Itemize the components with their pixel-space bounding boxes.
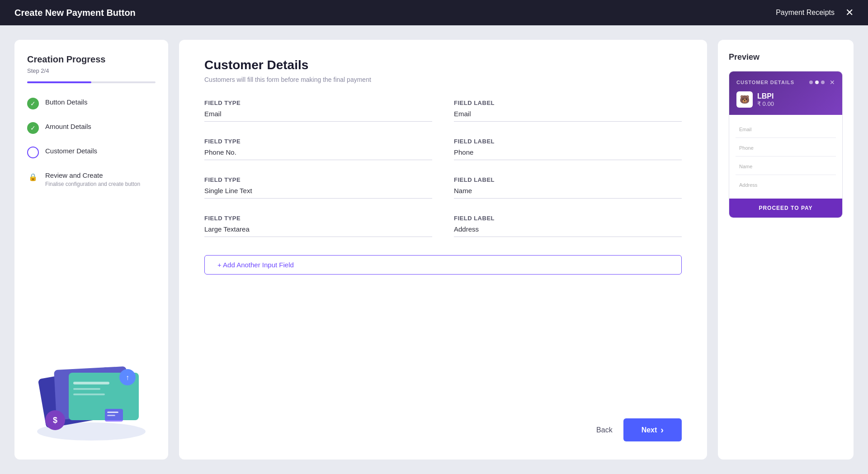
content-subtitle: Customers will fill this form before mak… xyxy=(204,76,682,83)
step-item-review-create: 🔒 Review and Create Finalise configurati… xyxy=(27,171,156,187)
preview-business-info: LBPI ₹ 0.00 xyxy=(757,92,774,107)
preview-card-header: CUSTOMER DETAILS ✕ 🐻 LBPI ₹ 0.00 xyxy=(729,71,842,115)
preview-card-controls: ✕ xyxy=(809,79,835,86)
field-label-heading-4: Field Label xyxy=(454,215,682,222)
back-button[interactable]: Back xyxy=(596,426,613,434)
next-button-label: Next xyxy=(642,426,657,434)
sidebar-illustration: $ ↑ xyxy=(27,327,156,445)
step-sublabel-4: Finalise configuration and create button xyxy=(45,181,140,187)
field-row-1: Field Type Email Field Label Email xyxy=(204,100,682,122)
field-type-value-2: Phone No. xyxy=(204,148,432,160)
step-label-1: Button Details xyxy=(45,98,87,107)
preview-field-name: Name xyxy=(736,157,836,175)
nav-buttons: Back Next › xyxy=(204,409,682,441)
field-type-label-3: Field Type xyxy=(204,176,432,183)
field-group-type-1: Field Type Email xyxy=(204,100,432,122)
preview-field-name-label: Name xyxy=(739,164,752,169)
field-row-2: Field Type Phone No. Field Label Phone xyxy=(204,138,682,160)
field-group-type-3: Field Type Single Line Text xyxy=(204,176,432,199)
progress-bar-fill xyxy=(27,81,91,83)
field-label-heading-3: Field Label xyxy=(454,176,682,183)
svg-rect-12 xyxy=(107,412,118,413)
step-item-button-details: ✓ Button Details xyxy=(27,98,156,109)
preview-form: Email Phone Name Address xyxy=(729,115,842,199)
field-type-label-1: Field Type xyxy=(204,100,432,106)
step-item-amount-details: ✓ Amount Details xyxy=(27,122,156,134)
step-check-icon-1: ✓ xyxy=(27,98,39,109)
preview-business-name: LBPI xyxy=(757,92,774,100)
preview-title: Preview xyxy=(729,52,843,62)
step-label-4: Review and Create xyxy=(45,171,140,180)
step-check-icon-2: ✓ xyxy=(27,122,39,134)
payment-receipts-link[interactable]: Payment Receipts xyxy=(776,9,835,17)
field-type-value-1: Email xyxy=(204,110,432,122)
sidebar-title: Creation Progress xyxy=(27,54,156,65)
topbar-title: Create New Payment Button xyxy=(14,8,136,18)
preview-field-phone-label: Phone xyxy=(739,145,754,151)
field-group-label-3: Field Label Name xyxy=(454,176,682,199)
preview-amount: ₹ 0.00 xyxy=(757,100,774,107)
field-type-label-2: Field Type xyxy=(204,138,432,145)
field-row-4: Field Type Large Textarea Field Label Ad… xyxy=(204,215,682,237)
content-title: Customer Details xyxy=(204,58,682,72)
field-type-value-3: Single Line Text xyxy=(204,187,432,199)
preview-field-email-label: Email xyxy=(739,127,752,132)
dot-2 xyxy=(815,81,819,84)
main-layout: Creation Progress Step 2/4 ✓ Button Deta… xyxy=(0,25,868,474)
preview-field-email: Email xyxy=(736,120,836,138)
next-arrow-icon: › xyxy=(660,425,664,435)
svg-rect-4 xyxy=(73,382,109,384)
preview-proceed-button[interactable]: PROCEED TO PAY xyxy=(729,199,842,218)
svg-rect-13 xyxy=(107,415,115,416)
add-input-field-button[interactable]: + Add Another Input Field xyxy=(204,255,682,275)
field-row-3: Field Type Single Line Text Field Label … xyxy=(204,176,682,199)
field-label-heading-2: Field Label xyxy=(454,138,682,145)
dot-1 xyxy=(809,81,813,84)
next-button[interactable]: Next › xyxy=(623,418,682,441)
field-group-label-2: Field Label Phone xyxy=(454,138,682,160)
step-active-icon-3 xyxy=(27,147,39,158)
field-label-value-4: Address xyxy=(454,225,682,237)
step-lock-icon-4: 🔒 xyxy=(27,171,39,183)
preview-panel: Preview CUSTOMER DETAILS ✕ 🐻 LBPI xyxy=(718,40,854,460)
field-label-value-3: Name xyxy=(454,187,682,199)
dot-3 xyxy=(821,81,825,84)
svg-text:↑: ↑ xyxy=(126,374,129,381)
close-button[interactable]: ✕ xyxy=(845,8,854,18)
field-label-value-2: Phone xyxy=(454,148,682,160)
field-label-heading-1: Field Label xyxy=(454,100,682,106)
field-group-type-4: Field Type Large Textarea xyxy=(204,215,432,237)
field-label-value-1: Email xyxy=(454,110,682,122)
topbar: Create New Payment Button Payment Receip… xyxy=(0,0,868,25)
preview-card-header-top: CUSTOMER DETAILS ✕ xyxy=(736,79,835,86)
preview-avatar: 🐻 xyxy=(736,91,753,108)
svg-rect-6 xyxy=(73,393,105,395)
preview-field-address: Address xyxy=(736,176,836,193)
preview-card: CUSTOMER DETAILS ✕ 🐻 LBPI ₹ 0.00 xyxy=(729,71,843,218)
sidebar-step: Step 2/4 xyxy=(27,67,156,74)
topbar-right: Payment Receipts ✕ xyxy=(776,8,854,18)
field-type-label-4: Field Type xyxy=(204,215,432,222)
center-content: Customer Details Customers will fill thi… xyxy=(179,40,707,460)
sidebar: Creation Progress Step 2/4 ✓ Button Deta… xyxy=(14,40,168,460)
field-group-type-2: Field Type Phone No. xyxy=(204,138,432,160)
step-item-customer-details: Customer Details xyxy=(27,147,156,158)
preview-card-info: 🐻 LBPI ₹ 0.00 xyxy=(736,91,835,108)
field-type-value-4: Large Textarea xyxy=(204,225,432,237)
progress-bar-container xyxy=(27,81,156,83)
steps-list: ✓ Button Details ✓ Amount Details Custom… xyxy=(27,98,156,187)
svg-rect-5 xyxy=(73,388,100,390)
field-group-label-4: Field Label Address xyxy=(454,215,682,237)
preview-field-address-label: Address xyxy=(739,182,757,188)
field-group-label-1: Field Label Email xyxy=(454,100,682,122)
step-label-3: Customer Details xyxy=(45,147,97,156)
preview-card-header-label: CUSTOMER DETAILS xyxy=(736,80,794,85)
svg-text:$: $ xyxy=(53,416,57,425)
preview-close-icon[interactable]: ✕ xyxy=(830,79,835,86)
step-label-2: Amount Details xyxy=(45,122,91,131)
preview-field-phone: Phone xyxy=(736,139,836,156)
